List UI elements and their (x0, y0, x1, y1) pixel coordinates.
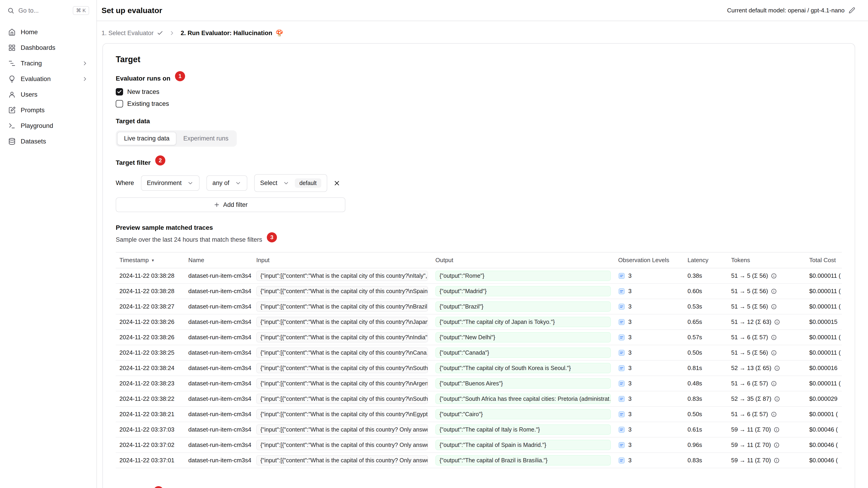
cell-total-cost: $0.000011 ( (806, 345, 842, 360)
sidebar-item-home[interactable]: Home (5, 25, 92, 39)
target-filter-row: Target filter 2 (116, 158, 842, 168)
info-icon[interactable] (771, 334, 777, 340)
col-timestamp[interactable]: Timestamp▼ (116, 253, 185, 268)
cell-name: dataset-run-item-cm3s4 (185, 422, 253, 437)
prompts-icon (8, 106, 16, 114)
sidebar-item-users[interactable]: Users (5, 87, 92, 102)
info-icon[interactable] (774, 396, 780, 402)
checkbox-existing-traces[interactable]: Existing traces (116, 100, 842, 107)
sidebar-item-playground[interactable]: Playground (5, 119, 92, 133)
where-label: Where (116, 180, 134, 187)
trace-row[interactable]: 2024-11-22 03:38:28dataset-run-item-cm3s… (116, 268, 842, 284)
checkbox[interactable] (116, 100, 123, 107)
step-select-evaluator[interactable]: 1. Select Evaluator (101, 30, 163, 37)
tab-live-tracing-data[interactable]: Live tracing data (117, 132, 176, 145)
preview-subtitle-row: Sample over the last 24 hours that match… (116, 235, 842, 245)
info-icon[interactable] (774, 457, 780, 463)
cell-latency: 0.57s (684, 330, 727, 345)
edit-pencil-icon[interactable] (849, 7, 855, 13)
trace-row[interactable]: 2024-11-22 03:37:01dataset-run-item-cm3s… (116, 453, 842, 468)
cell-latency: 0.38s (684, 268, 727, 284)
remove-filter-button[interactable] (333, 180, 341, 187)
chevron-down-icon (283, 180, 289, 186)
default-model-setting[interactable]: Current default model: openai / gpt-4.1-… (727, 7, 855, 14)
trace-row[interactable]: 2024-11-22 03:38:25dataset-run-item-cm3s… (116, 345, 842, 360)
sidebar-item-label: Playground (21, 122, 53, 129)
cell-output: {"output":"The capital city of Japan is … (432, 314, 615, 330)
cell-latency: 0.53s (684, 299, 727, 314)
sidebar-item-label: Prompts (21, 106, 44, 114)
cell-timestamp: 2024-11-22 03:38:25 (116, 345, 185, 360)
info-icon[interactable] (771, 350, 777, 356)
cell-latency: 0.65s (684, 314, 727, 330)
sidebar-item-datasets[interactable]: Datasets (5, 134, 92, 149)
trace-row[interactable]: 2024-11-22 03:38:23dataset-run-item-cm3s… (116, 376, 842, 391)
tab-experiment-runs[interactable]: Experiment runs (176, 132, 236, 145)
add-filter-label: Add filter (223, 201, 248, 208)
preview-title: Preview sample matched traces (116, 224, 842, 231)
info-icon[interactable] (771, 288, 777, 294)
plus-icon (214, 201, 220, 208)
info-icon[interactable] (774, 319, 780, 325)
cell-observation-levels: 3 (615, 376, 684, 391)
info-icon[interactable] (771, 381, 777, 387)
add-filter-button[interactable]: Add filter (116, 197, 345, 212)
info-icon[interactable] (774, 427, 780, 433)
cell-latency: 0.50s (684, 406, 727, 422)
cell-input: {"input":[{"content":"What is the capita… (253, 314, 432, 330)
cell-timestamp: 2024-11-22 03:38:26 (116, 330, 185, 345)
info-icon[interactable] (774, 365, 780, 371)
filter-value-select[interactable]: Select default (254, 174, 327, 192)
cell-latency: 0.83s (684, 391, 727, 406)
sidebar-item-dashboards[interactable]: Dashboards (5, 40, 92, 55)
dashboards-icon (8, 44, 16, 52)
runs-on-options: New tracesExisting traces (116, 88, 842, 107)
observation-level-icon (618, 272, 625, 279)
trace-row[interactable]: 2024-11-22 03:38:22dataset-run-item-cm3s… (116, 391, 842, 406)
cell-name: dataset-run-item-cm3s4 (185, 330, 253, 345)
cell-latency: 0.60s (684, 284, 727, 299)
cell-output: {"output":"Cairo"} (432, 406, 615, 422)
observation-level-icon (618, 303, 625, 310)
cell-tokens: 51 → 5 (Σ 56) (727, 299, 806, 314)
info-icon[interactable] (771, 273, 777, 279)
trace-row[interactable]: 2024-11-22 03:37:03dataset-run-item-cm3s… (116, 422, 842, 437)
cell-timestamp: 2024-11-22 03:38:22 (116, 391, 185, 406)
cell-output: {"output":"The capital city of South Kor… (432, 360, 615, 376)
cell-observation-levels: 3 (615, 268, 684, 284)
trace-row[interactable]: 2024-11-22 03:37:02dataset-run-item-cm3s… (116, 437, 842, 453)
checkbox-new-traces[interactable]: New traces (116, 88, 842, 96)
info-icon[interactable] (771, 304, 777, 310)
trace-row[interactable]: 2024-11-22 03:38:21dataset-run-item-cm3s… (116, 406, 842, 422)
sidebar-nav: HomeDashboardsTracingEvaluationUsersProm… (0, 21, 96, 153)
cell-observation-levels: 3 (615, 345, 684, 360)
filter-column-select[interactable]: Environment (141, 175, 200, 191)
filter-operator-select[interactable]: any of (207, 175, 247, 191)
trace-row[interactable]: 2024-11-22 03:38:24dataset-run-item-cm3s… (116, 360, 842, 376)
observation-level-icon (618, 442, 625, 449)
cell-total-cost: $0.000029 (806, 391, 842, 406)
checkbox[interactable] (116, 88, 123, 96)
trace-row[interactable]: 2024-11-22 03:38:27dataset-run-item-cm3s… (116, 299, 842, 314)
cell-total-cost: $0.00001 ( (806, 406, 842, 422)
datasets-icon (8, 138, 16, 145)
sidebar-item-evaluation[interactable]: Evaluation (5, 72, 92, 86)
goto-search-button[interactable]: Go to... ⌘ K (0, 0, 96, 21)
filter-column-value: Environment (147, 180, 182, 187)
cell-name: dataset-run-item-cm3s4 (185, 299, 253, 314)
cell-input: {"input":[{"content":"What is the capita… (253, 437, 432, 453)
sidebar-item-prompts[interactable]: Prompts (5, 103, 92, 118)
cell-timestamp: 2024-11-22 03:38:26 (116, 314, 185, 330)
cell-observation-levels: 3 (615, 453, 684, 468)
cell-tokens: 52 → 35 (Σ 87) (727, 391, 806, 406)
cell-output: {"output":"The capital of Italy is Rome.… (432, 422, 615, 437)
tracing-icon (8, 60, 16, 67)
trace-row[interactable]: 2024-11-22 03:38:26dataset-run-item-cm3s… (116, 330, 842, 345)
info-icon[interactable] (771, 411, 777, 417)
trace-row[interactable]: 2024-11-22 03:38:28dataset-run-item-cm3s… (116, 284, 842, 299)
search-icon (7, 7, 14, 14)
trace-row[interactable]: 2024-11-22 03:38:26dataset-run-item-cm3s… (116, 314, 842, 330)
sidebar-item-tracing[interactable]: Tracing (5, 56, 92, 71)
info-icon[interactable] (774, 442, 780, 448)
observation-level-icon (618, 334, 625, 341)
